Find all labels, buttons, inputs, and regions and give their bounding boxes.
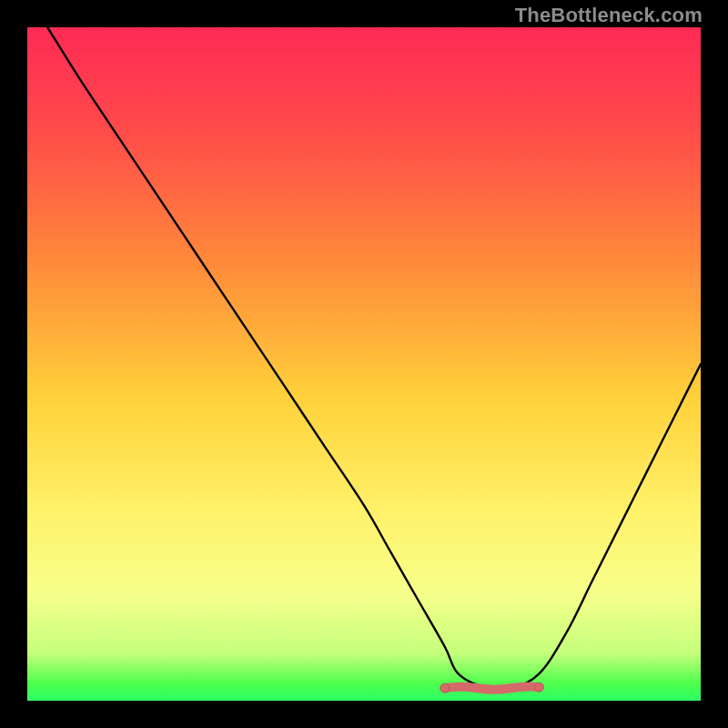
- marker-dot: [440, 683, 450, 693]
- plot-area: [27, 27, 701, 701]
- marker-dot: [534, 682, 543, 692]
- optimal-band-marker: [445, 686, 540, 689]
- watermark-text: TheBottleneck.com: [515, 4, 703, 27]
- bottleneck-curve: [47, 27, 701, 689]
- chart-svg: [27, 27, 701, 701]
- chart-frame: TheBottleneck.com: [0, 0, 728, 728]
